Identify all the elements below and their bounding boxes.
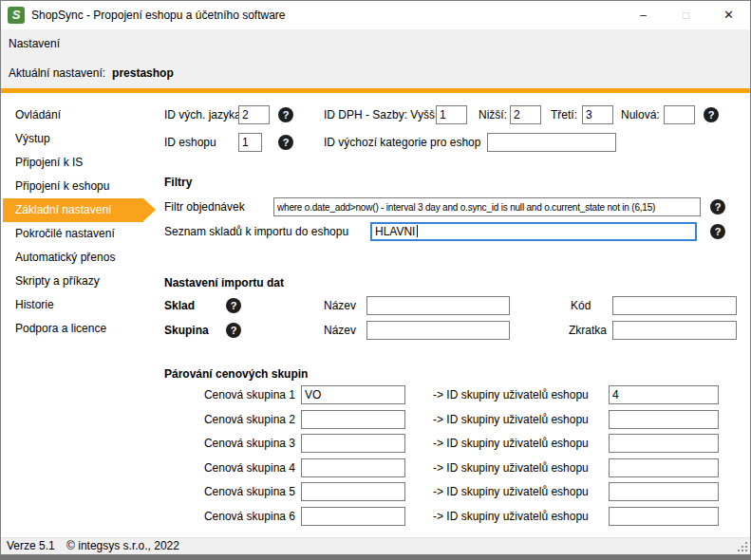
dph-nulova-label: Nulová: [621,105,660,124]
resize-grip-icon[interactable] [745,550,747,551]
price-group-4-arrow-label: -> ID skupiny uživatelů eshopu [433,458,589,477]
close-icon[interactable]: ✕ [707,1,750,29]
sidebar-item-pripojeni-is[interactable]: Připojení k IS [3,151,143,175]
skupina-nazev-input[interactable] [366,321,510,340]
window-controls: – □ ✕ [622,1,750,29]
current-setting-value: prestashop [112,66,174,80]
minimize-icon[interactable]: – [622,1,665,29]
sidebar-item-podpora[interactable]: Podpora a licence [3,317,143,341]
skupina-zkratka-label: Zkratka [569,321,607,340]
price-group-4-label: Cenová skupina 4 [200,458,295,477]
id-category-label: ID výchozí kategorie pro eshop [324,133,480,152]
order-filter-input[interactable] [273,197,701,216]
text-cursor [417,225,418,237]
skupina-nazev-label: Název [324,321,356,340]
dph-vyssi-input[interactable] [436,105,467,124]
price-group-2-input[interactable] [301,410,405,429]
price-group-4-input[interactable] [301,458,405,477]
id-eshop-input[interactable] [238,133,262,152]
sidebar-item-skripty[interactable]: Skripty a příkazy [3,270,143,293]
dph-nulova-input[interactable] [664,105,695,124]
window-title: ShopSync - Propojení eshopu a účetního s… [31,1,286,29]
warehouse-list-label: Seznam skladů k importu do eshopu [164,222,348,241]
price-group-6-label: Cenová skupina 6 [200,507,295,526]
title-bar: S ShopSync - Propojení eshopu a účetního… [1,1,750,29]
dph-treti-input[interactable] [582,105,613,124]
dph-label: ID DPH - Sazby: Vyšší: [324,105,441,124]
sidebar-item-zakladni-nastaveni[interactable]: Základní nastavení [3,198,143,222]
price-group-4-id-input[interactable] [609,458,719,477]
app-logo-icon: S [8,7,25,24]
copyright-text: © integsys s.r.o., 2022 [66,539,179,552]
price-group-6-arrow-label: -> ID skupiny uživatelů eshopu [433,507,589,526]
sklad-kod-label: Kód [571,296,591,315]
sidebar-item-pokrocile-nastaveni[interactable]: Pokročilé nastavení [3,222,143,246]
price-group-3-id-input[interactable] [609,434,719,453]
skupina-zkratka-input[interactable] [612,321,737,340]
sidebar-nav: Ovládání Výstup Připojení k IS Připojení… [3,103,143,341]
help-icon[interactable]: ? [226,298,241,313]
sidebar-item-automaticky-prenos[interactable]: Automatický přenos [3,246,143,270]
order-filter-label: Filtr objednávek [164,197,245,216]
warehouse-list-input[interactable] [370,222,697,241]
price-group-5-label: Cenová skupina 5 [200,482,295,501]
toolbar: Nastavení prestashop Vybrat Uložit Přida… [1,29,750,58]
id-lang-input[interactable] [238,105,270,124]
help-icon[interactable]: ? [710,224,725,239]
help-icon[interactable]: ? [278,135,293,150]
price-group-5-id-input[interactable] [609,482,719,501]
sklad-label: Sklad [164,296,195,315]
current-setting-label: Aktuální nastavení: [9,66,105,80]
sklad-nazev-input[interactable] [366,296,510,315]
app-window: S ShopSync - Propojení eshopu a účetního… [0,0,751,555]
sidebar-item-vystup[interactable]: Výstup [3,127,143,151]
id-category-input[interactable] [487,133,616,152]
dph-treti-label: Třetí: [551,105,577,124]
price-group-1-id-input[interactable] [609,385,719,404]
sidebar-item-ovladani[interactable]: Ovládání [3,103,143,127]
price-group-1-label: Cenová skupina 1 [200,385,295,404]
help-icon[interactable]: ? [278,107,293,122]
current-setting-bar: Aktuální nastavení:prestashop [1,58,750,88]
price-group-6-input[interactable] [301,507,405,526]
maximize-icon: □ [665,1,707,29]
price-group-1-input[interactable] [301,385,405,404]
skupina-label: Skupina [164,321,209,340]
price-group-6-id-input[interactable] [609,507,719,526]
help-icon[interactable]: ? [704,107,719,122]
filters-heading: Filtry [164,173,192,192]
sidebar-item-pripojeni-eshop[interactable]: Připojení k eshopu [3,175,143,198]
id-lang-label: ID vých. jazyka [164,105,241,124]
price-group-3-label: Cenová skupina 3 [200,434,295,453]
accent-divider [1,88,750,93]
price-group-5-input[interactable] [301,482,405,501]
sklad-nazev-label: Název [324,296,356,315]
price-group-3-input[interactable] [301,434,405,453]
pricing-heading: Párování cenových skupin [164,364,308,383]
price-group-1-arrow-label: -> ID skupiny uživatelů eshopu [433,385,589,404]
price-group-3-arrow-label: -> ID skupiny uživatelů eshopu [433,434,589,453]
price-group-2-arrow-label: -> ID skupiny uživatelů eshopu [433,410,589,429]
settings-label: Nastavení [9,29,60,58]
id-eshop-label: ID eshopu [164,133,216,152]
price-group-5-arrow-label: -> ID skupiny uživatelů eshopu [433,482,589,501]
help-icon[interactable]: ? [710,199,725,215]
taskbar-edge [0,555,751,560]
import-heading: Nastavení importu dat [164,273,284,292]
help-icon[interactable]: ? [226,323,241,338]
status-bar: Verze 5.1 © integsys s.r.o., 2022 [1,537,750,554]
price-group-2-id-input[interactable] [609,410,719,429]
price-group-2-label: Cenová skupina 2 [200,410,295,429]
version-text: Verze 5.1 [7,539,55,552]
dph-nizsi-input[interactable] [510,105,541,124]
dph-nizsi-label: Nižší: [479,105,507,124]
sklad-kod-input[interactable] [612,296,737,315]
sidebar-item-historie[interactable]: Historie [3,293,143,317]
